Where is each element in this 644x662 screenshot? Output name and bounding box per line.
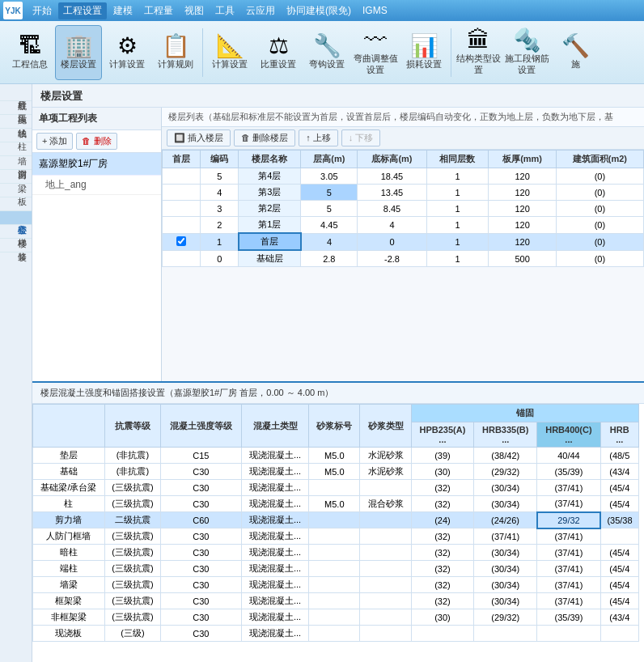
row-type[interactable]: 柱 [33, 496, 105, 512]
row-hpb235[interactable]: (30) [411, 609, 474, 626]
row-mortar-type[interactable] [360, 480, 411, 496]
floor-area[interactable]: (0) [556, 217, 643, 234]
row-hrb335[interactable]: (30/34) [474, 480, 537, 496]
sidebar-item-construction[interactable]: 施工段 [0, 101, 32, 115]
row-conc-type[interactable]: 现浇混凝土... [241, 448, 308, 464]
row-conc-type[interactable]: 现浇混凝土... [241, 561, 308, 577]
row-seismic[interactable]: (三级抗震) [104, 577, 160, 593]
btn-construct2[interactable]: 🔨 施 [552, 25, 599, 80]
row-hrb-ext[interactable]: (35/38 [600, 512, 638, 528]
row-conc-type[interactable]: 现浇混凝土... [241, 464, 308, 480]
row-mortar-type[interactable] [360, 593, 411, 609]
btn-construct-rebar[interactable]: 🔩 施工段钢筋设置 [503, 25, 550, 80]
row-concrete[interactable]: C30 [160, 480, 241, 496]
row-hpb235[interactable]: (39) [411, 448, 474, 464]
row-type[interactable]: 人防门框墙 [33, 528, 105, 545]
btn-struct-type[interactable]: 🏛 结构类型设置 [455, 25, 502, 80]
row-conc-type[interactable]: 现浇混凝土... [241, 593, 308, 609]
move-up-btn[interactable]: ↑ 上移 [299, 129, 338, 146]
row-seismic[interactable]: 二级抗震 [104, 512, 160, 528]
row-hpb235[interactable] [411, 626, 474, 642]
delete-floor-btn[interactable]: 🗑 删除楼层 [234, 129, 295, 146]
floor-row-checkbox[interactable] [163, 250, 201, 267]
sidebar-item-wall[interactable]: 墙 [0, 142, 32, 156]
sidebar-item-decor[interactable]: 装修 [0, 239, 32, 252]
row-hrb335[interactable]: (38/42) [474, 448, 537, 464]
btn-stirrup[interactable]: 🔧 弯钩设置 [303, 25, 350, 80]
floor-height[interactable]: 5 [301, 201, 358, 217]
row-conc-type[interactable]: 现浇混凝土... [241, 609, 308, 626]
floor-same-count[interactable]: 1 [426, 233, 489, 250]
row-seismic[interactable]: (非抗震) [104, 464, 160, 480]
row-mortar-grade[interactable] [309, 545, 360, 561]
floor-name[interactable]: 第2层 [239, 201, 301, 217]
floor-area[interactable]: (0) [556, 250, 643, 267]
row-mortar-type[interactable] [360, 609, 411, 626]
row-conc-type[interactable]: 现浇混凝土... [241, 528, 308, 545]
row-hrb-ext[interactable]: (48/5 [600, 448, 638, 464]
row-seismic[interactable]: (三级抗震) [104, 545, 160, 561]
row-type[interactable]: 墙梁 [33, 577, 105, 593]
row-hrb400[interactable]: (37/41) [537, 561, 600, 577]
row-type[interactable]: 垫层 [33, 448, 105, 464]
row-hrb400[interactable]: (37/41) [537, 593, 600, 609]
row-hrb400[interactable]: (37/41) [537, 577, 600, 593]
row-hrb400[interactable]: 29/32 [537, 512, 600, 528]
floor-row-checkbox[interactable] [163, 233, 201, 250]
row-mortar-type[interactable] [360, 626, 411, 642]
row-hrb335[interactable]: (30/34) [474, 593, 537, 609]
row-type[interactable]: 暗柱 [33, 545, 105, 561]
menu-modeling[interactable]: 建模 [108, 2, 138, 19]
row-mortar-grade[interactable] [309, 593, 360, 609]
row-conc-type[interactable]: 现浇混凝土... [241, 626, 308, 642]
sidebar-item-prefab[interactable]: 装配式 [0, 197, 32, 211]
row-hrb-ext[interactable]: (45/4 [600, 480, 638, 496]
floor-name[interactable]: 第1层 [239, 217, 301, 234]
del-project-btn[interactable]: 🗑 删除 [76, 133, 117, 150]
insert-floor-btn[interactable]: 🔲 插入楼层 [167, 129, 231, 146]
menu-tools[interactable]: 工具 [210, 2, 239, 19]
row-type[interactable]: 剪力墙 [33, 512, 105, 528]
floor-slab-thick[interactable]: 120 [489, 185, 556, 201]
row-mortar-grade[interactable] [309, 626, 360, 642]
sidebar-item-column[interactable]: 柱 [0, 129, 32, 142]
floor-area[interactable]: (0) [556, 201, 643, 217]
row-seismic[interactable]: (三级抗震) [104, 609, 160, 626]
btn-loss[interactable]: 📊 损耗设置 [400, 25, 447, 80]
row-hpb235[interactable]: (32) [411, 545, 474, 561]
floor-slab-thick[interactable]: 120 [489, 217, 556, 234]
sidebar-item-nav[interactable]: 导航栏 [0, 87, 32, 101]
row-hrb400[interactable]: (35/39) [537, 464, 600, 480]
row-hpb235[interactable]: (32) [411, 480, 474, 496]
btn-project-info[interactable]: 🏗 工程信息 [6, 25, 53, 80]
row-concrete[interactable]: C15 [160, 448, 241, 464]
row-hpb235[interactable]: (32) [411, 561, 474, 577]
menu-engineering[interactable]: 工程量 [139, 2, 178, 19]
btn-ratio[interactable]: ⚖ 比重设置 [255, 25, 302, 80]
row-hrb-ext[interactable]: (45/4 [600, 577, 638, 593]
row-mortar-grade[interactable]: M5.0 [309, 448, 360, 464]
floor-slab-thick[interactable]: 500 [489, 250, 556, 267]
row-hrb400[interactable]: 40/44 [537, 448, 600, 464]
row-seismic[interactable]: (三级抗震) [104, 496, 160, 512]
floor-same-count[interactable]: 1 [426, 201, 489, 217]
row-conc-type[interactable]: 现浇混凝土... [241, 480, 308, 496]
floor-area[interactable]: (0) [556, 168, 643, 185]
row-mortar-type[interactable] [360, 528, 411, 545]
row-hpb235[interactable]: (30) [411, 464, 474, 480]
btn-floor-settings[interactable]: 🏢 楼层设置 [55, 25, 102, 80]
menu-view[interactable]: 视图 [180, 2, 209, 19]
floor-name[interactable]: 首层 [239, 233, 301, 250]
row-hrb335[interactable]: (37/41) [474, 528, 537, 545]
row-hrb400[interactable]: (37/41) [537, 480, 600, 496]
row-concrete[interactable]: C30 [160, 545, 241, 561]
sidebar-item-axis[interactable]: 轴线 [0, 115, 32, 129]
btn-calc-settings2[interactable]: 📐 计算设置 [206, 25, 253, 80]
floor-height[interactable]: 3.05 [301, 168, 358, 185]
row-concrete[interactable]: C60 [160, 512, 241, 528]
row-mortar-grade[interactable] [309, 577, 360, 593]
row-hrb-ext[interactable]: (45/4 [600, 593, 638, 609]
row-conc-type[interactable]: 现浇混凝土... [241, 512, 308, 528]
floor-same-count[interactable]: 1 [426, 250, 489, 267]
menu-collab[interactable]: 协同建模(限免) [282, 2, 356, 19]
